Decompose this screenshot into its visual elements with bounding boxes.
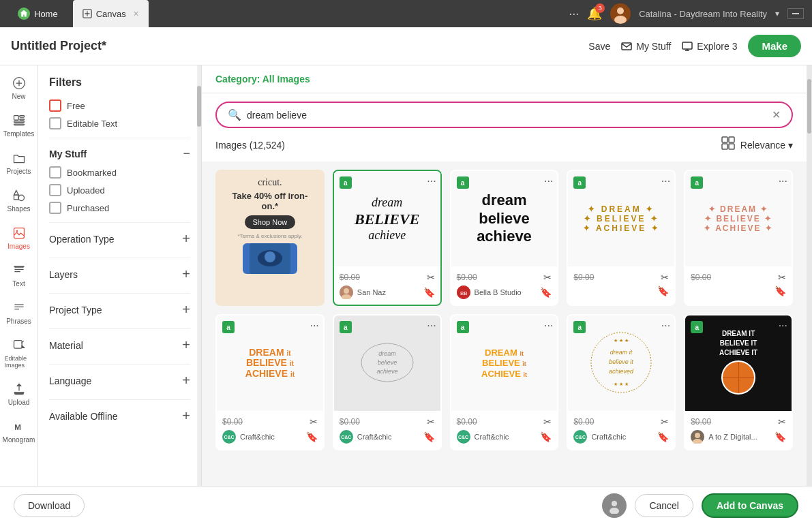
card-3-creator: BB Bella B Studio 🔖 (457, 286, 552, 299)
uploaded-checkbox[interactable] (49, 184, 61, 196)
layers-toggle[interactable]: + (182, 266, 190, 282)
ad-image-area: cricut. Take 40% off iron-on.* Shop Now … (217, 171, 323, 280)
image-card-10[interactable]: a ··· DREAM IT BELIEVE IT ACHIEVE IT (684, 314, 793, 450)
available-offline-title: Available Offline (49, 411, 118, 422)
card-2-creator: San Naz 🔖 (340, 286, 435, 299)
sidebar-item-images[interactable]: Images (2, 221, 36, 256)
save-button[interactable]: Save (588, 41, 610, 52)
image-card-7[interactable]: a ··· dream believe achieve $0.00 (333, 314, 442, 450)
card-4-bookmark[interactable]: 🔖 (657, 286, 669, 296)
card-8-menu[interactable]: ··· (544, 320, 553, 332)
bookmarked-checkbox-item[interactable]: Bookmarked (49, 166, 190, 179)
card-6-image: a ··· DREAM it BELIEVE it ACHIEVE it (217, 315, 323, 411)
svg-point-2 (617, 7, 624, 14)
sidebar-item-text[interactable]: Text (2, 258, 36, 293)
editable-text-checkbox[interactable] (49, 117, 61, 129)
card-6-menu[interactable]: ··· (310, 320, 318, 332)
free-checkbox-item[interactable]: Free (49, 99, 190, 112)
make-button[interactable]: Make (748, 35, 801, 57)
purchased-checkbox-item[interactable]: Purchased (49, 202, 190, 214)
card-8-footer: $0.00 ✂ C&C Craft&chic 🔖 (451, 411, 558, 449)
card-8-bookmark[interactable]: 🔖 (540, 431, 552, 442)
operation-type-header[interactable]: Operation Type + (49, 231, 190, 247)
bookmarked-checkbox[interactable] (49, 166, 61, 179)
card-3-menu[interactable]: ··· (544, 175, 553, 187)
cancel-button[interactable]: Cancel (635, 494, 693, 517)
material-header[interactable]: Material + (49, 337, 190, 353)
image-card-5[interactable]: a ··· ✦ DREAM ✦ ✦ BELIEVE ✦ ✦ ACHIEVE ✦ … (684, 170, 793, 306)
editable-text-checkbox-item[interactable]: Editable Text (49, 117, 190, 129)
card-2-bookmark[interactable]: 🔖 (423, 287, 435, 298)
main-scrollbar[interactable] (807, 65, 812, 524)
card-2-menu[interactable]: ··· (427, 175, 436, 187)
tab-home[interactable]: Home (8, 0, 67, 27)
chevron-down-icon[interactable]: ▾ (775, 9, 779, 18)
sidebar-item-monogram[interactable]: M Monogram (2, 414, 36, 449)
user-name[interactable]: Catalina - Daydream Into Reality (639, 9, 767, 19)
card-7-menu[interactable]: ··· (427, 320, 436, 332)
window-minimize[interactable] (787, 8, 804, 19)
operation-type-toggle[interactable]: + (182, 231, 190, 247)
available-offline-header[interactable]: Available Offline + (49, 408, 190, 424)
uploaded-checkbox-item[interactable]: Uploaded (49, 184, 190, 196)
image-card-3[interactable]: a ··· dream believe achieve $0.00 ✂ (450, 170, 559, 306)
language-header[interactable]: Language + (49, 373, 190, 388)
svg-rect-21 (722, 144, 727, 149)
more-dots[interactable]: ··· (569, 7, 579, 21)
card-7-bookmark[interactable]: 🔖 (423, 431, 435, 442)
image-card-2[interactable]: a ··· dream BELIEVE achieve $0.00 ✂ (333, 170, 442, 306)
card-10-menu[interactable]: ··· (779, 320, 787, 332)
filter-scroll[interactable]: Filters Free Editable Text My Stuff − (38, 65, 201, 524)
sidebar-item-projects[interactable]: Projects (2, 146, 36, 181)
image-card-6[interactable]: a ··· DREAM it BELIEVE it ACHIEVE it $0.… (215, 314, 325, 450)
card-10-bookmark[interactable]: 🔖 (775, 431, 786, 442)
add-to-canvas-button[interactable]: Add to Canvas (702, 493, 798, 518)
my-stuff-button[interactable]: My Stuff (621, 41, 671, 52)
language-toggle[interactable]: + (182, 373, 190, 388)
card-3-bookmark[interactable]: 🔖 (540, 287, 552, 298)
sidebar-item-templates[interactable]: Templates (2, 108, 36, 143)
free-checkbox[interactable] (49, 99, 61, 112)
sidebar-item-editable-images[interactable]: Editable Images (2, 333, 36, 374)
notification-bell[interactable]: 🔔 3 (587, 6, 602, 21)
layers-header[interactable]: Layers + (49, 266, 190, 282)
tab-canvas[interactable]: Canvas ✕ (73, 0, 149, 27)
purchased-checkbox[interactable] (49, 202, 61, 214)
project-type-section: Project Type + (49, 302, 190, 318)
search-input[interactable] (247, 110, 766, 121)
grid-view-icon[interactable] (721, 136, 735, 153)
card-4-menu[interactable]: ··· (661, 175, 670, 187)
my-stuff-collapse[interactable]: − (183, 147, 190, 161)
card-6-price: $0.00 (222, 417, 243, 427)
filter-divider-7 (49, 399, 190, 400)
sidebar-item-upload[interactable]: Upload (2, 377, 36, 412)
card-9-menu[interactable]: ··· (661, 320, 670, 332)
sort-button[interactable]: Relevance ▾ (740, 140, 793, 151)
svg-rect-19 (722, 137, 727, 142)
svg-text:★ ★ ★: ★ ★ ★ (614, 338, 629, 343)
sidebar-item-shapes[interactable]: Shapes (2, 183, 36, 218)
explore-button[interactable]: Explore 3 (682, 41, 737, 52)
sidebar-item-new[interactable]: New (2, 71, 36, 106)
card-9-bookmark[interactable]: 🔖 (657, 431, 669, 442)
search-clear-button[interactable]: ✕ (772, 108, 781, 121)
card-8-avatar: C&C (457, 430, 470, 444)
card-6-bookmark[interactable]: 🔖 (306, 431, 318, 442)
download-button[interactable]: Download (14, 494, 85, 517)
image-card-9[interactable]: a ··· dream it believe it achieved ★ ★ ★… (567, 314, 676, 450)
filter-divider-4 (49, 293, 190, 294)
image-card-4[interactable]: a ··· ✦ DREAM ✦ ✦ BELIEVE ✦ ✦ ACHIEVE ✦ … (567, 170, 676, 306)
image-card-8[interactable]: a ··· DREAM it BELIEVE it ACHIEVE it $0.… (450, 314, 559, 450)
project-type-toggle[interactable]: + (182, 302, 190, 318)
card-5-bookmark[interactable]: 🔖 (775, 286, 786, 296)
ad-logo: cricut. (258, 177, 282, 188)
sidebar-item-phrases[interactable]: Phrases (2, 296, 36, 330)
project-type-header[interactable]: Project Type + (49, 302, 190, 318)
ad-content: cricut. Take 40% off iron-on.* Shop Now … (217, 171, 323, 280)
card-10-price: $0.00 (691, 417, 711, 427)
available-offline-toggle[interactable]: + (182, 408, 190, 424)
ad-shop-button[interactable]: Shop Now (245, 215, 296, 229)
material-toggle[interactable]: + (182, 337, 190, 353)
ad-card[interactable]: cricut. Take 40% off iron-on.* Shop Now … (215, 170, 325, 306)
card-5-menu[interactable]: ··· (779, 175, 787, 187)
